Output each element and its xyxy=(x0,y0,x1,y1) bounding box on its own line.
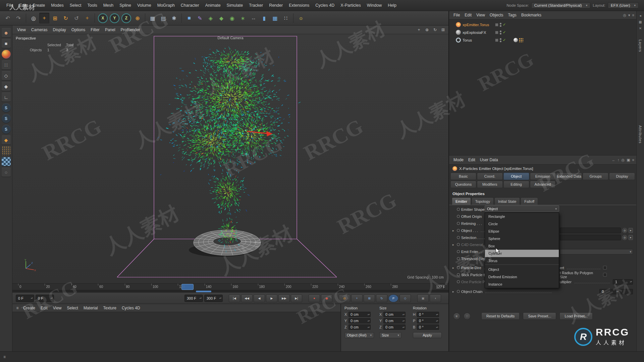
attribute-tab[interactable]: Modifiers xyxy=(477,181,503,188)
prev-key-button[interactable]: ◀◀ xyxy=(241,294,253,302)
invert-checkbox[interactable] xyxy=(603,266,607,269)
layer-square-icon[interactable] xyxy=(495,31,498,34)
menubar-item[interactable]: Create xyxy=(30,3,48,8)
menubar-item[interactable]: X-Particles xyxy=(337,3,364,8)
size-mode-select[interactable]: Size▾ xyxy=(379,332,401,338)
visibility-dots-icon[interactable] xyxy=(500,23,501,27)
polygon-mode-icon[interactable]: ◆ xyxy=(2,82,11,91)
filter-icon[interactable]: ▾ xyxy=(628,13,630,17)
prev-frame-button[interactable]: ◀ xyxy=(254,294,265,302)
viewport-canvas[interactable] xyxy=(12,34,448,283)
anim-dot-icon[interactable] xyxy=(457,266,460,269)
coord-mode-select[interactable]: Object (Rel)▾ xyxy=(344,332,374,338)
undo-icon[interactable]: ↶ xyxy=(3,13,13,23)
menubar-item[interactable]: Character xyxy=(178,3,202,8)
attribute-tab[interactable]: Editing xyxy=(503,181,529,188)
menubar-item[interactable]: Cycles 4D xyxy=(312,3,337,8)
emitter-subtab[interactable]: Topology xyxy=(472,197,494,205)
attribute-tab[interactable]: Coord. xyxy=(477,173,503,180)
visibility-flags[interactable]: ✓ xyxy=(495,30,506,35)
hud-button[interactable]: ▣ xyxy=(417,294,429,302)
zoom-view-icon[interactable]: ⊕ xyxy=(424,26,430,33)
attribute-tab[interactable]: Extended Data xyxy=(556,173,582,180)
size-field[interactable]: 0 cm▴▾ xyxy=(383,324,406,330)
attribute-tab[interactable]: Display xyxy=(609,173,635,180)
dock-close-icon[interactable]: ✕ xyxy=(639,26,642,30)
menubar-item[interactable]: Edit xyxy=(16,3,30,8)
menubar-item[interactable]: Render xyxy=(266,3,286,8)
timeline-scrubber[interactable] xyxy=(181,284,194,290)
solo-single-icon[interactable]: S xyxy=(2,114,11,123)
attribute-menu-item[interactable]: Edit xyxy=(466,158,478,162)
object-tags[interactable] xyxy=(514,38,523,42)
menubar-item[interactable]: Mesh xyxy=(100,3,117,8)
render-view-icon[interactable]: ▦ xyxy=(148,13,158,23)
live-selection-icon[interactable]: ◎ xyxy=(29,13,39,23)
lock-icon[interactable]: ▣ xyxy=(627,158,630,162)
dropdown-option[interactable]: Ellipse xyxy=(485,228,559,235)
position-field[interactable]: 0 cm▴▾ xyxy=(348,312,371,317)
anim-dot-icon[interactable] xyxy=(457,208,460,211)
attribute-menu-item[interactable]: User Data xyxy=(478,158,500,162)
solo-hierarchy-icon[interactable]: S xyxy=(2,125,11,134)
anim-dot-icon[interactable] xyxy=(457,243,460,246)
visibility-flags[interactable]: ✓ xyxy=(495,22,506,27)
anim-dot-icon[interactable] xyxy=(457,222,460,225)
emitter-tag-icon[interactable] xyxy=(519,38,523,42)
focus-icon[interactable]: ◎ xyxy=(622,158,625,162)
material-menu-item[interactable]: Select xyxy=(64,306,81,310)
model-mode-icon[interactable]: ■ xyxy=(2,39,11,48)
spinner-icon[interactable]: ▴▾ xyxy=(616,291,619,292)
menubar-item[interactable]: MoGraph xyxy=(154,3,178,8)
object-manager-menu-item[interactable]: Edit xyxy=(462,13,474,17)
edge-mode-icon[interactable]: ◇ xyxy=(2,71,11,80)
dock-tab-attributes[interactable]: Attributes xyxy=(638,125,642,143)
record-position-button[interactable]: + xyxy=(351,294,363,302)
ring-icon[interactable]: ○ xyxy=(2,168,11,177)
phong-tag-icon[interactable] xyxy=(514,38,518,42)
dropdown-option[interactable]: Object xyxy=(485,266,559,273)
quick-dots-icon[interactable]: ∷ xyxy=(464,313,471,320)
record-button[interactable]: ● xyxy=(309,294,320,302)
spinner-icon[interactable]: ▴▾ xyxy=(368,326,370,328)
anim-dot-icon[interactable] xyxy=(457,280,460,283)
material-menu-item[interactable]: View xyxy=(50,306,64,310)
layer-square-icon[interactable] xyxy=(495,23,498,26)
separator[interactable] xyxy=(26,13,26,23)
material-menu-item[interactable]: Edit xyxy=(38,306,50,310)
fields-icon[interactable]: ∗ xyxy=(238,13,248,23)
anim-dot-icon[interactable] xyxy=(457,290,460,293)
viewport[interactable]: Perspective Default Camera SelectedTotal… xyxy=(12,34,448,283)
scale-tool-icon[interactable]: ⊞ xyxy=(50,13,60,23)
goto-end-button[interactable]: ▶| xyxy=(291,294,302,302)
position-field[interactable]: 0 cm▴▾ xyxy=(348,318,371,323)
measure-icon[interactable]: ↔ xyxy=(249,13,259,23)
timeline-range-bar[interactable] xyxy=(12,290,448,292)
attribute-tab[interactable]: Object xyxy=(503,173,529,180)
viewport-menu-item[interactable]: ProRender xyxy=(118,27,143,32)
reset-defaults-button[interactable]: Reset to Defaults xyxy=(481,312,520,320)
object-row[interactable]: Torus ✓ xyxy=(449,36,636,44)
material-menu-item[interactable]: Create xyxy=(20,306,38,310)
separator[interactable] xyxy=(181,13,182,23)
sound-button[interactable]: ◖ xyxy=(430,294,441,302)
menubar-item[interactable]: Tracker xyxy=(246,3,266,8)
menubar-item[interactable]: Tools xyxy=(85,3,100,8)
toggle-views-icon[interactable]: ⊞ xyxy=(440,26,446,33)
menubar-item[interactable]: Simulate xyxy=(224,3,246,8)
find-icon[interactable]: ◎ xyxy=(623,13,626,17)
visibility-dots-icon[interactable] xyxy=(500,38,501,42)
snap-grid-icon[interactable] xyxy=(2,146,11,155)
play-button[interactable]: ▶ xyxy=(266,294,277,302)
rotation-field[interactable]: 0 °▴▾ xyxy=(417,312,439,317)
separator[interactable] xyxy=(145,13,145,23)
spinner-icon[interactable]: ▴▾ xyxy=(630,281,632,283)
panel-menu-icon[interactable]: ≡ xyxy=(14,306,20,310)
separator[interactable] xyxy=(293,13,293,23)
primitive-cube-icon[interactable]: ■ xyxy=(184,13,194,23)
emitter-subtab[interactable]: Emitter xyxy=(452,197,471,205)
parent-up-icon[interactable]: ↑ xyxy=(618,158,620,162)
dropdown-option[interactable]: Defined Emission xyxy=(485,273,559,281)
menubar-item[interactable]: Help xyxy=(385,3,399,8)
attribute-tab[interactable]: Basic xyxy=(450,173,476,180)
